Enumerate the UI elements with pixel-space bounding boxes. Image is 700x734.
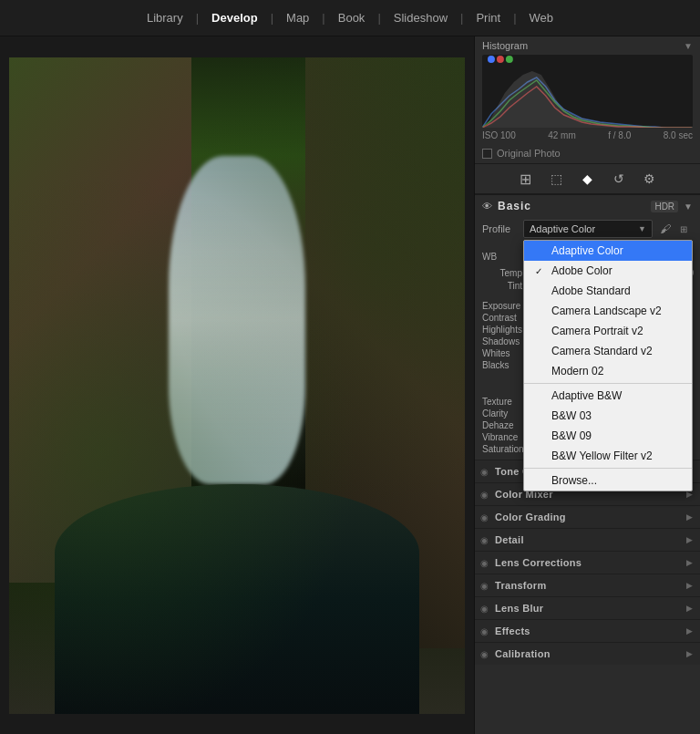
color-grading-arrow-icon: ▶ bbox=[686, 512, 693, 522]
dropdown-item-bw-yellow[interactable]: B&W Yellow Filter v2 bbox=[524, 446, 692, 466]
brush-icon[interactable]: 🖌 bbox=[656, 220, 674, 238]
detail-label: Detail bbox=[495, 534, 524, 545]
original-photo-checkbox[interactable] bbox=[482, 149, 492, 159]
adobe-standard-label: Adobe Standard bbox=[551, 284, 631, 297]
lens-corrections-eye-icon: ◉ bbox=[480, 558, 489, 568]
focal-value: 42 mm bbox=[548, 130, 576, 140]
dropdown-item-adaptive-color[interactable]: Adaptive Color bbox=[524, 241, 692, 261]
calibration-arrow-icon: ▶ bbox=[686, 649, 693, 658]
calibration-section[interactable]: ◉ Calibration ▶ bbox=[475, 642, 700, 665]
svg-point-2 bbox=[497, 56, 504, 63]
nav-develop[interactable]: Develop bbox=[202, 5, 267, 30]
modern02-label: Modern 02 bbox=[551, 365, 603, 377]
tint-label: Tint bbox=[482, 281, 528, 291]
adobe-color-label: Adobe Color bbox=[551, 264, 612, 277]
basic-label: Basic bbox=[498, 200, 531, 212]
detail-section[interactable]: ◉ Detail ▶ bbox=[475, 528, 700, 551]
transform-eye-icon: ◉ bbox=[480, 581, 489, 591]
camera-portrait-label: Camera Portrait v2 bbox=[551, 325, 643, 337]
heal-icon[interactable]: ↺ bbox=[610, 170, 628, 188]
bw-yellow-label: B&W Yellow Filter v2 bbox=[551, 450, 653, 462]
dropdown-item-adobe-standard[interactable]: Adobe Standard bbox=[524, 281, 692, 301]
dropdown-item-bw09[interactable]: B&W 09 bbox=[524, 426, 692, 446]
color-grading-section[interactable]: ◉ Color Grading ▶ bbox=[475, 505, 700, 528]
effects-arrow-icon: ▶ bbox=[686, 626, 693, 636]
top-navigation: Library | Develop | Map | Book | Slidesh… bbox=[0, 0, 700, 36]
dropdown-item-modern02[interactable]: Modern 02 bbox=[524, 361, 692, 381]
camera-landscape-label: Camera Landscape v2 bbox=[551, 305, 662, 317]
wb-label: WB bbox=[482, 252, 528, 262]
dropdown-item-camera-landscape[interactable]: Camera Landscape v2 bbox=[524, 301, 692, 321]
dropdown-item-adaptive-bw[interactable]: Adaptive B&W bbox=[524, 386, 692, 406]
detail-arrow-icon: ▶ bbox=[686, 535, 693, 544]
detail-eye-icon: ◉ bbox=[480, 535, 489, 545]
histogram-canvas bbox=[482, 55, 693, 128]
lens-corrections-arrow-icon: ▶ bbox=[686, 558, 693, 567]
settings-icon[interactable]: ⚙ bbox=[641, 170, 659, 188]
crop-icon[interactable]: ⬚ bbox=[548, 170, 566, 188]
basic-content: Profile Adaptive Color ▼ 🖌 ⊞ Adaptive Co… bbox=[475, 214, 700, 249]
profile-label: Profile bbox=[482, 223, 523, 234]
calibration-label: Calibration bbox=[495, 648, 551, 659]
transform-arrow-icon: ▶ bbox=[686, 581, 693, 590]
shutter-value: 8.0 sec bbox=[664, 130, 693, 140]
svg-point-1 bbox=[488, 56, 495, 63]
color-mixer-eye-icon: ◉ bbox=[480, 490, 489, 500]
dropdown-item-bw03[interactable]: B&W 03 bbox=[524, 406, 692, 426]
lens-blur-section[interactable]: ◉ Lens Blur ▶ bbox=[475, 596, 700, 619]
nav-slideshow[interactable]: Slideshow bbox=[385, 5, 457, 30]
dropdown-sep2 bbox=[524, 468, 692, 469]
nav-book[interactable]: Book bbox=[329, 5, 375, 30]
nav-map[interactable]: Map bbox=[277, 5, 318, 30]
original-photo-label: Original Photo bbox=[497, 148, 561, 159]
dropdown-item-browse[interactable]: Browse... bbox=[524, 470, 692, 491]
histogram-arrow: ▼ bbox=[684, 41, 693, 51]
histogram-title: Histogram bbox=[482, 40, 528, 51]
basic-arrow[interactable]: ▼ bbox=[684, 202, 693, 212]
lens-blur-arrow-icon: ▶ bbox=[686, 604, 693, 613]
panel-scroll[interactable]: 👁 Basic HDR ▼ Profile Adaptive Color ▼ 🖌 bbox=[475, 194, 700, 734]
dropdown-chevron-icon: ▼ bbox=[638, 224, 646, 233]
bw09-label: B&W 09 bbox=[551, 429, 592, 442]
aperture-value: f / 8.0 bbox=[608, 130, 631, 140]
moss-overlay bbox=[9, 57, 465, 714]
profile-selected-value: Adaptive Color bbox=[530, 223, 595, 234]
effects-eye-icon: ◉ bbox=[480, 626, 489, 636]
iso-value: ISO 100 bbox=[482, 130, 516, 140]
grid-icon[interactable]: ⊞ bbox=[674, 220, 693, 238]
profile-dropdown-menu: Adaptive Color Adobe Color Adobe Standar… bbox=[523, 240, 693, 491]
profile-row: Profile Adaptive Color ▼ 🖌 ⊞ Adaptive Co… bbox=[482, 220, 693, 238]
tone-adjustments-icon[interactable]: ⊞ bbox=[517, 170, 535, 188]
hdr-badge: HDR bbox=[651, 201, 678, 212]
dropdown-item-camera-portrait[interactable]: Camera Portrait v2 bbox=[524, 321, 692, 341]
transform-label: Transform bbox=[495, 580, 547, 591]
main-layout: Histogram ▼ bbox=[0, 36, 700, 734]
transform-section[interactable]: ◉ Transform ▶ bbox=[475, 574, 700, 596]
original-photo-row: Original Photo bbox=[475, 145, 700, 163]
tool-icons-row: ⊞ ⬚ ◆ ↺ ⚙ bbox=[475, 164, 700, 194]
histogram-header: Histogram ▼ bbox=[475, 36, 700, 55]
adaptive-bw-label: Adaptive B&W bbox=[551, 389, 622, 402]
brush-tool-icon[interactable]: ◆ bbox=[579, 170, 597, 188]
camera-standard-label: Camera Standard v2 bbox=[551, 345, 653, 357]
dropdown-item-adobe-color[interactable]: Adobe Color bbox=[524, 261, 692, 281]
nav-web[interactable]: Web bbox=[520, 5, 563, 30]
dropdown-sep1 bbox=[524, 383, 692, 384]
lens-corrections-section[interactable]: ◉ Lens Corrections ▶ bbox=[475, 551, 700, 574]
svg-point-3 bbox=[506, 56, 513, 63]
basic-eye-icon[interactable]: 👁 bbox=[482, 201, 492, 212]
basic-section-header: 👁 Basic HDR ▼ bbox=[475, 194, 700, 214]
dropdown-item-camera-standard[interactable]: Camera Standard v2 bbox=[524, 341, 692, 361]
profile-dropdown-button[interactable]: Adaptive Color ▼ bbox=[523, 220, 653, 238]
adaptive-color-label: Adaptive Color bbox=[551, 244, 623, 257]
lens-blur-label: Lens Blur bbox=[495, 603, 543, 614]
color-grading-eye-icon: ◉ bbox=[480, 512, 489, 522]
nav-library[interactable]: Library bbox=[138, 5, 192, 30]
right-panel: Histogram ▼ bbox=[474, 36, 700, 734]
histogram-section: Histogram ▼ bbox=[475, 36, 700, 164]
nav-print[interactable]: Print bbox=[467, 5, 510, 30]
photo-container[interactable] bbox=[9, 57, 465, 714]
histogram-meta: ISO 100 42 mm f / 8.0 8.0 sec bbox=[475, 128, 700, 145]
effects-section[interactable]: ◉ Effects ▶ bbox=[475, 619, 700, 642]
color-grading-label: Color Grading bbox=[495, 512, 566, 522]
